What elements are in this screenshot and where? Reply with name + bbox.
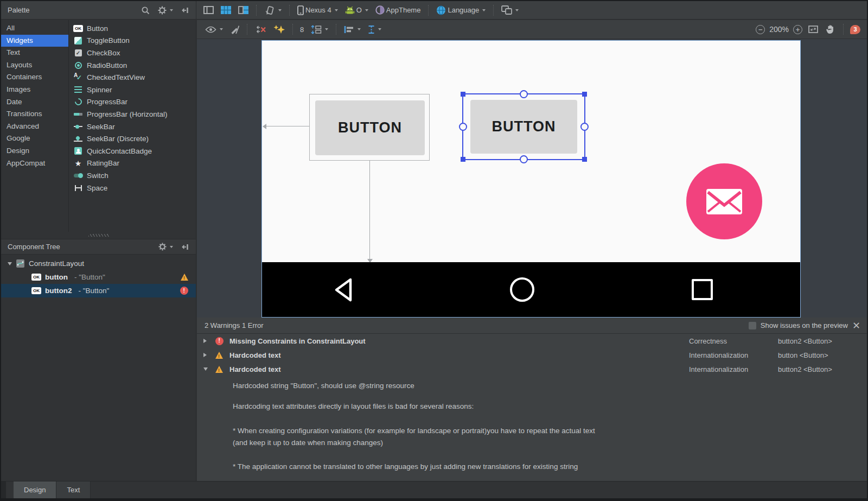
category-google[interactable]: Google — [1, 132, 68, 145]
tab-design[interactable]: Design — [14, 481, 56, 498]
pan-button[interactable] — [824, 23, 837, 35]
resize-handle-sw[interactable] — [461, 157, 465, 162]
nav-back-icon — [331, 276, 354, 303]
rotate-device-icon — [264, 5, 275, 15]
theme-selector[interactable]: AppTheme — [374, 4, 423, 16]
expand-icon[interactable] — [203, 353, 215, 357]
tree-row-button[interactable]: OK button - "Button" — [1, 270, 196, 284]
chevron-down-icon — [482, 9, 486, 11]
zoom-to-fit-button[interactable] — [807, 24, 820, 34]
category-design[interactable]: Design — [1, 145, 68, 157]
infer-constraints-button[interactable] — [272, 23, 286, 36]
clear-constraints-icon — [255, 25, 266, 34]
fab-email-button[interactable] — [686, 163, 762, 239]
clear-constraints-button[interactable] — [253, 24, 268, 35]
guidelines-button[interactable] — [366, 24, 383, 35]
default-margin-value[interactable]: 8 — [299, 26, 305, 34]
zoom-out-button[interactable]: − — [756, 25, 765, 34]
palette-item-ratingbar[interactable]: ★RatingBar — [69, 157, 196, 170]
component-tree-settings-button[interactable] — [157, 242, 175, 252]
resize-handle-nw[interactable] — [461, 92, 465, 97]
constraint-anchor-top[interactable] — [520, 90, 528, 98]
blueprint-mode-button[interactable] — [219, 5, 233, 15]
issue-row-hardcoded-text-1[interactable]: Hardcoded text Internationalization butt… — [197, 348, 867, 362]
category-transitions[interactable]: Transitions — [1, 108, 68, 121]
expand-icon[interactable] — [8, 262, 12, 265]
error-icon — [215, 337, 224, 345]
resize-handle-ne[interactable] — [582, 92, 587, 97]
preview-devices-button[interactable] — [500, 4, 520, 16]
design-surface[interactable]: BUTTON BUTTON — [197, 39, 867, 318]
resize-handle-se[interactable] — [582, 157, 587, 162]
error-icon — [180, 287, 188, 295]
view-options-button[interactable] — [203, 25, 225, 34]
space-widget-icon — [73, 183, 83, 193]
both-mode-icon — [238, 6, 248, 14]
palette-item-switch[interactable]: Switch — [69, 169, 196, 182]
tab-text[interactable]: Text — [56, 481, 91, 498]
expand-icon[interactable] — [203, 339, 215, 343]
category-widgets[interactable]: Widgets — [1, 35, 68, 47]
top-toolbar: Palette Nexus 4 O AppTheme Language — [1, 1, 867, 20]
palette-item-seekbar-discrete[interactable]: SeekBar (Discrete) — [69, 132, 196, 145]
show-issues-checkbox[interactable] — [749, 322, 756, 329]
category-advanced[interactable]: Advanced — [1, 121, 68, 133]
category-layouts[interactable]: Layouts — [1, 59, 68, 72]
palette-item-seekbar[interactable]: SeekBar — [69, 121, 196, 133]
palette-title: Palette — [8, 6, 29, 14]
autoconnect-button[interactable] — [228, 24, 241, 35]
category-text[interactable]: Text — [1, 47, 68, 59]
button1-bounds[interactable]: BUTTON — [309, 94, 430, 161]
close-icon[interactable]: ✕ — [852, 321, 860, 331]
category-all[interactable]: All — [1, 22, 68, 35]
fit-screen-icon — [808, 26, 818, 33]
palette-minimize-button[interactable] — [180, 5, 190, 15]
design-mode-button[interactable] — [202, 5, 215, 15]
panel-splitter[interactable] — [1, 232, 196, 239]
palette-search-button[interactable] — [139, 5, 151, 16]
palette-item-checkbox[interactable]: ✓CheckBox — [69, 47, 196, 59]
category-containers[interactable]: Containers — [1, 71, 68, 84]
quickcontactbadge-widget-icon — [73, 147, 83, 156]
orientation-button[interactable] — [263, 4, 283, 16]
issue-row-missing-constraints[interactable]: Missing Constraints in ConstraintLayout … — [197, 334, 867, 348]
api-level-selector[interactable]: O — [343, 5, 370, 16]
category-images[interactable]: Images — [1, 84, 68, 96]
error-count-badge[interactable]: 3 — [850, 25, 860, 34]
constraint-anchor-left[interactable] — [459, 123, 467, 131]
chevron-down-icon — [335, 9, 338, 11]
api-level-label: O — [356, 6, 362, 14]
component-tree-minimize-button[interactable] — [180, 242, 190, 252]
issue-row-hardcoded-text-2[interactable]: Hardcoded text Internationalization butt… — [197, 362, 867, 376]
category-appcompat[interactable]: AppCompat — [1, 157, 68, 170]
device-selector[interactable]: Nexus 4 — [296, 4, 340, 16]
button2[interactable]: BUTTON — [470, 100, 577, 154]
palette-item-checkedtextview[interactable]: A✓CheckedTextView — [69, 71, 196, 84]
zoom-in-button[interactable]: + — [793, 25, 802, 34]
collapse-icon[interactable] — [203, 367, 215, 371]
language-selector[interactable]: Language — [435, 4, 487, 16]
blueprint-mode-icon — [221, 6, 231, 14]
constraint-anchor-right[interactable] — [580, 123, 589, 131]
tree-row-button2[interactable]: OK button2 - "Button" — [1, 284, 196, 297]
palette-item-progressbar[interactable]: ProgressBar — [69, 96, 196, 109]
both-mode-button[interactable] — [237, 5, 250, 15]
palette-item-spinner[interactable]: Spinner — [69, 84, 196, 96]
tree-item-text: - "Button" — [74, 273, 105, 281]
palette-item-togglebutton[interactable]: ToggleButton — [69, 35, 196, 47]
align-button[interactable] — [342, 24, 362, 35]
palette-item-quickcontactbadge[interactable]: QuickContactBadge — [69, 145, 196, 157]
constraint-anchor-bottom[interactable] — [520, 155, 528, 163]
device-screen[interactable]: BUTTON BUTTON — [261, 40, 801, 318]
palette-item-progressbar-horizontal[interactable]: ProgressBar (Horizontal) — [69, 108, 196, 121]
palette-settings-button[interactable] — [156, 5, 175, 16]
palette-item-radiobutton[interactable]: RadioButton — [69, 59, 196, 72]
category-date[interactable]: Date — [1, 96, 68, 109]
button1[interactable]: BUTTON — [315, 100, 425, 155]
palette-item-button[interactable]: OKButton — [69, 22, 196, 35]
button2-selection[interactable]: BUTTON — [462, 93, 585, 160]
palette-item-space[interactable]: Space — [69, 182, 196, 194]
guideline-icon — [368, 25, 375, 34]
pack-selection-button[interactable] — [309, 24, 330, 35]
tree-row-constraintlayout[interactable]: ConstraintLayout — [1, 257, 196, 270]
